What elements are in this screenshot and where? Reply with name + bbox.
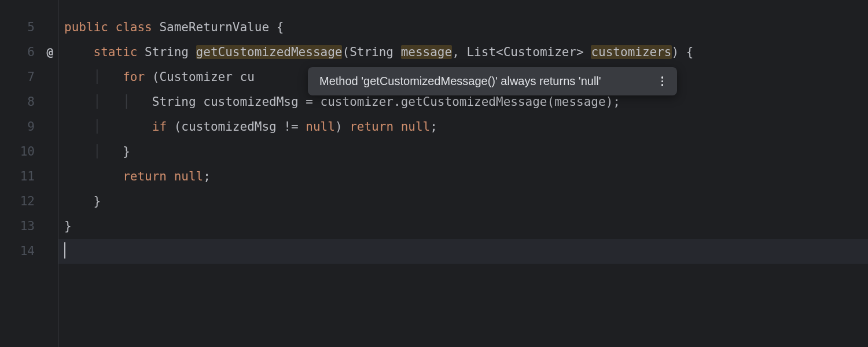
param-type: List<Customizer> (466, 45, 583, 59)
semicolon: ; (203, 169, 211, 183)
brace-close: } (64, 219, 72, 233)
text-caret (64, 242, 65, 259)
indent-guide: │ (94, 145, 101, 158)
code-line-12[interactable]: } (64, 189, 868, 214)
param-warning[interactable]: customizers (591, 45, 671, 59)
param-warning[interactable]: message (401, 45, 453, 59)
paren-open: ( (342, 45, 350, 59)
line-number[interactable]: 10 (0, 139, 58, 164)
code-editor: 5 6 @ 7 8 9 10 11 12 13 14 public class … (0, 0, 868, 347)
method-name-warning[interactable]: getCustomizedMessage (196, 45, 343, 59)
keyword-null: null (306, 120, 335, 134)
keyword-null: null (401, 120, 431, 134)
paren-close: ) (335, 120, 350, 134)
brace-open: { (686, 45, 694, 59)
code-line-13[interactable]: } (64, 214, 868, 239)
comma: , (452, 45, 466, 59)
class-name: SameReturnValue (159, 20, 269, 34)
line-number[interactable]: 11 (0, 164, 58, 189)
identifier: customizedMsg (181, 120, 276, 134)
keyword-return: return (123, 169, 167, 183)
line-number[interactable]: 13 (0, 214, 58, 239)
vertical-dots-icon (661, 76, 664, 86)
code-line-14-current[interactable] (58, 239, 868, 264)
keyword-for: for (123, 70, 145, 84)
indent-guide: │ (94, 95, 101, 109)
line-number-gutter: 5 6 @ 7 8 9 10 11 12 13 14 (0, 0, 58, 347)
code-line-6[interactable]: static String getCustomizedMessage(Strin… (64, 40, 868, 65)
tooltip-more-actions[interactable] (659, 74, 666, 88)
identifier: cu (240, 70, 255, 84)
line-number[interactable]: 7 (0, 65, 58, 90)
brace-close: } (94, 194, 101, 208)
code-line-9[interactable]: │ if (customizedMsg != null) return null… (64, 115, 868, 139)
tooltip-message: Method 'getCustomizedMessage()' always r… (319, 75, 601, 88)
paren-open: ( (145, 70, 159, 84)
code-line-10[interactable]: │ } (64, 139, 868, 164)
line-number[interactable]: 8 (0, 90, 58, 115)
line-number[interactable]: 14 (0, 239, 58, 264)
keyword-if: if (152, 120, 167, 134)
indent-guide: │ (94, 120, 101, 134)
keyword-return: return (350, 120, 393, 134)
param-type: String (350, 45, 393, 59)
code-line-11[interactable]: return null; (64, 164, 868, 189)
paren-close: ) (672, 45, 679, 59)
line-number[interactable]: 6 @ (0, 40, 58, 65)
line-number-text: 6 (27, 45, 35, 59)
override-annotation-icon[interactable]: @ (47, 40, 53, 65)
keyword-public: public (64, 20, 108, 34)
return-type: String (145, 45, 189, 59)
code-content[interactable]: public class SameReturnValue { static St… (58, 0, 868, 347)
brace-open: { (277, 20, 284, 34)
identifier: customizedMsg = customizer.getCustomized… (203, 95, 620, 109)
type: Customizer (159, 70, 232, 84)
semicolon: ; (430, 120, 437, 134)
paren-open: ( (167, 120, 181, 134)
space (393, 120, 401, 134)
keyword-null: null (174, 169, 204, 183)
inspection-tooltip[interactable]: Method 'getCustomizedMessage()' always r… (308, 67, 677, 95)
type: String (152, 95, 196, 109)
brace-close: } (123, 145, 130, 158)
space (167, 169, 174, 183)
operator: != (277, 120, 306, 134)
indent-guide: │ (94, 70, 101, 84)
keyword-static: static (94, 45, 138, 59)
keyword-class: class (116, 20, 152, 34)
line-number[interactable]: 12 (0, 189, 58, 214)
indent-guide: │ (123, 95, 130, 109)
line-number[interactable]: 5 (0, 15, 58, 40)
code-line-5[interactable]: public class SameReturnValue { (64, 15, 868, 40)
line-number[interactable]: 9 (0, 115, 58, 139)
